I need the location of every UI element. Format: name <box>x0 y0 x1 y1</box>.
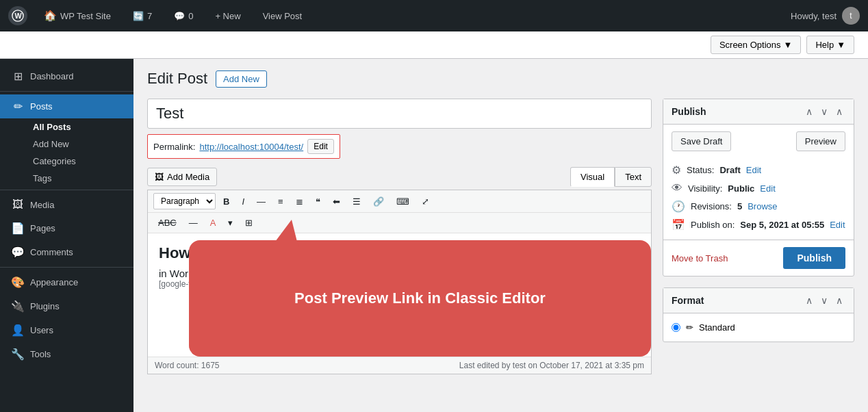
calendar-icon: 📅 <box>672 218 685 231</box>
view-post-item[interactable]: View Post <box>257 8 308 24</box>
sidebar-item-add-new[interactable]: Add New <box>25 136 133 153</box>
permalink-link[interactable]: http://localhost:10004/test/ <box>199 142 303 152</box>
strikethrough-button[interactable]: — <box>252 194 270 209</box>
toggle-button[interactable]: ∧ <box>833 105 845 118</box>
tab-visual[interactable]: Visual <box>570 167 615 187</box>
sidebar-item-users[interactable]: 👤 Users <box>0 318 133 342</box>
expand-button[interactable]: ⤢ <box>417 194 434 209</box>
sidebar-item-dashboard[interactable]: ⊞ Dashboard <box>0 64 133 88</box>
publish-on-edit-link[interactable]: Edit <box>830 220 845 230</box>
sidebar-item-pages[interactable]: 📄 Pages <box>0 216 133 240</box>
sidebar-item-media[interactable]: 🖼 Media <box>0 193 133 216</box>
wp-logo[interactable]: W <box>8 6 27 25</box>
editor-sidebar: Publish ∧ ∨ ∧ Save Draft Preview ⚙ <box>663 99 854 342</box>
editor-content-area[interactable]: How to in Wor [google-translato Post Pre… <box>148 233 651 357</box>
permalink-label: Permalink: <box>153 142 195 152</box>
editor-main: Permalink: http://localhost:10004/test/ … <box>147 99 652 374</box>
status-edit-link[interactable]: Edit <box>746 165 761 175</box>
visual-text-tabs: Visual Text <box>570 167 652 187</box>
publish-button[interactable]: Publish <box>783 247 845 269</box>
align-left-button[interactable]: ⬅ <box>328 194 345 209</box>
status-value: Draft <box>719 165 740 175</box>
page-header: Edit Post Add New <box>147 70 854 88</box>
italic-button[interactable]: I <box>237 194 249 209</box>
comments-icon: 💬 <box>174 11 185 21</box>
sidebar-item-tools[interactable]: 🔧 Tools <box>0 342 133 366</box>
move-to-trash-link[interactable]: Move to Trash <box>672 253 728 263</box>
permalink-edit-button[interactable]: Edit <box>307 139 334 154</box>
save-draft-button[interactable]: Save Draft <box>672 131 731 151</box>
status-label: Status: <box>687 165 714 175</box>
text-color-dropdown[interactable]: ▾ <box>223 216 238 230</box>
format-radio-standard[interactable] <box>672 323 680 332</box>
sidebar-item-all-posts[interactable]: All Posts <box>25 118 133 136</box>
comments-icon: 💬 <box>11 246 25 259</box>
sidebar-item-comments[interactable]: 💬 Comments <box>0 240 133 264</box>
publish-box-arrows: ∧ ∨ ∧ <box>803 105 845 118</box>
post-title-input[interactable] <box>147 99 652 129</box>
add-media-button[interactable]: 🖼 Add Media <box>147 168 217 186</box>
format-option-standard: ✏ Standard <box>672 320 845 335</box>
publish-box-header: Publish ∧ ∨ ∧ <box>663 99 854 125</box>
avatar[interactable]: t <box>842 7 860 25</box>
editor-box: Paragraph B I — ≡ ≣ ❝ ⬅ ☰ 🔗 ⌨ ⤢ <box>147 190 652 374</box>
revisions-icon: 🕐 <box>672 200 685 213</box>
status-icon: ⚙ <box>672 164 681 177</box>
bold-button[interactable]: B <box>218 194 234 209</box>
pages-icon: 📄 <box>11 222 25 235</box>
editor-toolbar-row: 🖼 Add Media Visual Text <box>147 167 652 187</box>
plugins-icon: 🔌 <box>11 300 25 313</box>
visibility-icon: 👁 <box>672 182 682 194</box>
align-center-button[interactable]: ☰ <box>348 194 366 209</box>
sidebar-item-posts[interactable]: ✏ Posts <box>0 94 133 118</box>
abc-button[interactable]: ABC <box>153 216 181 230</box>
format-box-arrows: ∧ ∨ ∧ <box>803 294 845 307</box>
sidebar-item-tags[interactable]: Tags <box>25 170 133 187</box>
preview-button[interactable]: Preview <box>796 131 845 151</box>
blockquote-button[interactable]: ❝ <box>311 194 325 209</box>
comments-item[interactable]: 💬 0 <box>168 8 199 24</box>
screen-options-button[interactable]: Screen Options ▼ <box>711 36 801 54</box>
site-name[interactable]: 🏠 WP Test Site <box>38 7 116 25</box>
tab-text[interactable]: Text <box>615 167 652 187</box>
format-box: Format ∧ ∨ ∧ ✏ Standard <box>663 287 854 342</box>
content-topbar: Screen Options ▼ Help ▼ <box>0 31 868 59</box>
help-button[interactable]: Help ▼ <box>806 36 854 54</box>
svg-text:W: W <box>15 12 23 20</box>
publish-on-value: Sep 5, 2021 at 05:55 <box>740 220 824 230</box>
format-select[interactable]: Paragraph <box>153 193 216 209</box>
collapse-down-button[interactable]: ∨ <box>818 105 830 118</box>
link-button[interactable]: 🔗 <box>368 194 389 209</box>
sidebar-item-appearance[interactable]: 🎨 Appearance <box>0 270 133 294</box>
paste-button[interactable]: ⊞ <box>240 216 257 230</box>
appearance-icon: 🎨 <box>11 276 25 289</box>
updates-item[interactable]: 🔄 7 <box>127 8 157 24</box>
media-icon: 🖼 <box>11 198 25 211</box>
admin-bar-right: Howdy, test t <box>791 7 860 25</box>
ol-button[interactable]: ≣ <box>291 194 308 209</box>
visibility-edit-link[interactable]: Edit <box>760 183 775 194</box>
keyboard-button[interactable]: ⌨ <box>392 194 414 209</box>
sidebar-item-plugins[interactable]: 🔌 Plugins <box>0 294 133 318</box>
text-color-button[interactable]: A <box>205 216 221 230</box>
format-box-header: Format ∧ ∨ ∧ <box>663 288 854 313</box>
format-collapse-up[interactable]: ∧ <box>803 294 815 307</box>
ul-button[interactable]: ≡ <box>273 194 288 209</box>
revisions-browse-link[interactable]: Browse <box>748 201 777 211</box>
new-item[interactable]: + New <box>209 8 246 24</box>
collapse-up-button[interactable]: ∧ <box>803 105 815 118</box>
editor-footer: Word count: 1675 Last edited by test on … <box>148 357 651 374</box>
sidebar-separator <box>0 91 133 92</box>
revisions-row: 🕐 Revisions: 5 Browse <box>672 197 845 216</box>
sidebar-item-categories[interactable]: Categories <box>25 153 133 170</box>
content-area: Edit Post Add New Permalink: http://loca… <box>133 59 868 412</box>
add-new-button[interactable]: Add New <box>216 70 267 88</box>
revisions-label: Revisions: <box>691 201 732 211</box>
format-collapse-down[interactable]: ∨ <box>818 294 830 307</box>
updates-icon: 🔄 <box>133 11 144 21</box>
main-layout: ⊞ Dashboard ✏ Posts All Posts Add New Ca… <box>0 59 868 412</box>
visibility-label: Visibility: <box>688 183 722 194</box>
hr-button[interactable]: — <box>184 216 203 230</box>
editor-format-bar-1: Paragraph B I — ≡ ≣ ❝ ⬅ ☰ 🔗 ⌨ ⤢ <box>148 190 651 213</box>
format-toggle[interactable]: ∧ <box>833 294 845 307</box>
